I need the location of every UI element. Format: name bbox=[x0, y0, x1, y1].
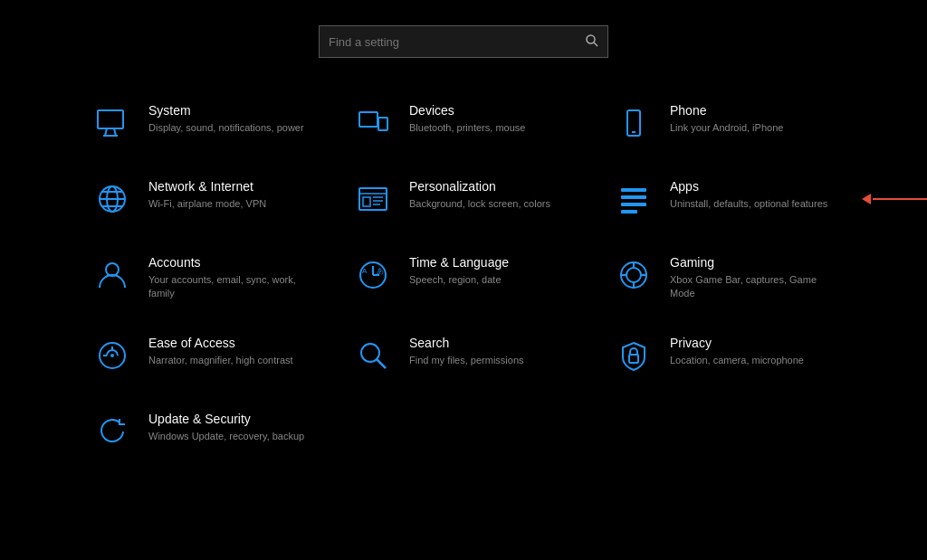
update-text: Update & Security Windows Update, recove… bbox=[148, 410, 304, 443]
settings-item-privacy[interactable]: Privacy Location, camera, microphone bbox=[594, 318, 855, 394]
phone-icon bbox=[612, 101, 655, 145]
search-title: Search bbox=[409, 336, 524, 350]
settings-item-network[interactable]: Network & Internet Wi-Fi, airplane mode,… bbox=[72, 161, 333, 237]
network-title: Network & Internet bbox=[148, 179, 266, 194]
settings-item-phone[interactable]: Phone Link your Android, iPhone bbox=[594, 85, 855, 161]
svg-rect-22 bbox=[621, 195, 646, 199]
svg-rect-24 bbox=[621, 210, 637, 214]
search-bar-wrapper bbox=[0, 0, 927, 58]
svg-rect-23 bbox=[621, 203, 646, 206]
gaming-icon bbox=[612, 253, 655, 297]
personalization-title: Personalization bbox=[409, 179, 550, 194]
apps-text: Apps Uninstall, defaults, optional featu… bbox=[670, 177, 827, 211]
settings-grid: System Display, sound, notifications, po… bbox=[0, 85, 927, 470]
settings-item-time[interactable]: A あ Time & Language Speech, region, date bbox=[333, 237, 594, 318]
svg-point-25 bbox=[106, 263, 119, 276]
ease-text: Ease of Access Narrator, magnifier, high… bbox=[148, 334, 293, 367]
search-icon bbox=[586, 34, 598, 50]
system-title: System bbox=[148, 103, 304, 118]
svg-rect-17 bbox=[363, 197, 370, 206]
accounts-title: Accounts bbox=[148, 255, 315, 270]
svg-text:A: A bbox=[362, 267, 368, 275]
time-desc: Speech, region, date bbox=[409, 273, 509, 287]
devices-text: Devices Bluetooth, printers, mouse bbox=[409, 101, 525, 135]
system-text: System Display, sound, notifications, po… bbox=[148, 101, 304, 135]
apps-desc: Uninstall, defaults, optional features bbox=[670, 197, 827, 211]
devices-desc: Bluetooth, printers, mouse bbox=[409, 121, 525, 135]
accounts-desc: Your accounts, email, sync, work, family bbox=[148, 273, 315, 301]
svg-text:あ: あ bbox=[377, 267, 384, 275]
ease-icon bbox=[91, 334, 134, 377]
gaming-desc: Xbox Game Bar, captures, Game Mode bbox=[670, 273, 836, 301]
search-bar[interactable] bbox=[319, 25, 608, 58]
network-desc: Wi-Fi, airplane mode, VPN bbox=[148, 197, 266, 211]
settings-item-apps[interactable]: Apps Uninstall, defaults, optional featu… bbox=[594, 161, 855, 237]
svg-rect-43 bbox=[629, 355, 638, 363]
arrow-line bbox=[873, 198, 927, 200]
gaming-text: Gaming Xbox Game Bar, captures, Game Mod… bbox=[670, 253, 836, 301]
update-desc: Windows Update, recovery, backup bbox=[148, 430, 304, 443]
update-title: Update & Security bbox=[148, 412, 304, 426]
svg-rect-21 bbox=[621, 188, 646, 192]
settings-item-ease[interactable]: Ease of Access Narrator, magnifier, high… bbox=[72, 318, 333, 394]
svg-rect-6 bbox=[359, 112, 377, 127]
system-icon bbox=[91, 101, 134, 145]
devices-icon bbox=[351, 101, 395, 145]
search-desc: Find my files, permissions bbox=[409, 354, 524, 367]
settings-item-personalization[interactable]: Personalization Background, lock screen,… bbox=[333, 161, 594, 237]
svg-line-1 bbox=[594, 42, 597, 45]
privacy-text: Privacy Location, camera, microphone bbox=[670, 334, 804, 367]
apps-arrow-indicator bbox=[862, 194, 927, 204]
apps-icon bbox=[612, 177, 655, 221]
network-text: Network & Internet Wi-Fi, airplane mode,… bbox=[148, 177, 266, 211]
accounts-icon bbox=[91, 253, 134, 297]
personalization-desc: Background, lock screen, colors bbox=[409, 197, 550, 211]
ease-desc: Narrator, magnifier, high contrast bbox=[148, 354, 293, 367]
phone-desc: Link your Android, iPhone bbox=[670, 121, 783, 135]
phone-title: Phone bbox=[670, 103, 783, 118]
settings-item-search[interactable]: Search Find my files, permissions bbox=[333, 318, 594, 394]
svg-line-3 bbox=[105, 128, 107, 136]
system-desc: Display, sound, notifications, power bbox=[148, 121, 304, 135]
settings-item-gaming[interactable]: Gaming Xbox Game Bar, captures, Game Mod… bbox=[594, 237, 855, 318]
settings-item-accounts[interactable]: Accounts Your accounts, email, sync, wor… bbox=[72, 237, 333, 318]
accounts-text: Accounts Your accounts, email, sync, wor… bbox=[148, 253, 315, 301]
update-icon bbox=[91, 410, 134, 453]
settings-item-system[interactable]: System Display, sound, notifications, po… bbox=[72, 85, 333, 161]
svg-point-32 bbox=[626, 268, 641, 282]
svg-rect-2 bbox=[98, 110, 123, 128]
ease-title: Ease of Access bbox=[148, 336, 293, 350]
personalization-icon bbox=[351, 177, 395, 221]
privacy-icon bbox=[612, 334, 655, 377]
time-text: Time & Language Speech, region, date bbox=[409, 253, 509, 287]
privacy-title: Privacy bbox=[670, 336, 804, 350]
apps-title: Apps bbox=[670, 179, 827, 194]
search-text: Search Find my files, permissions bbox=[409, 334, 524, 367]
time-title: Time & Language bbox=[409, 255, 509, 270]
network-icon bbox=[91, 177, 134, 221]
search-input[interactable] bbox=[329, 35, 586, 49]
svg-line-4 bbox=[114, 128, 116, 136]
svg-point-40 bbox=[110, 354, 114, 357]
devices-title: Devices bbox=[409, 103, 525, 118]
privacy-desc: Location, camera, microphone bbox=[670, 354, 804, 367]
svg-line-42 bbox=[377, 359, 386, 368]
settings-item-update[interactable]: Update & Security Windows Update, recove… bbox=[72, 394, 333, 470]
personalization-text: Personalization Background, lock screen,… bbox=[409, 177, 550, 211]
search-icon bbox=[351, 334, 395, 377]
time-icon: A あ bbox=[351, 253, 395, 297]
svg-point-0 bbox=[587, 35, 595, 43]
phone-text: Phone Link your Android, iPhone bbox=[670, 101, 783, 135]
svg-rect-7 bbox=[378, 118, 387, 130]
settings-item-devices[interactable]: Devices Bluetooth, printers, mouse bbox=[333, 85, 594, 161]
gaming-title: Gaming bbox=[670, 255, 836, 270]
arrow-head bbox=[862, 194, 871, 204]
